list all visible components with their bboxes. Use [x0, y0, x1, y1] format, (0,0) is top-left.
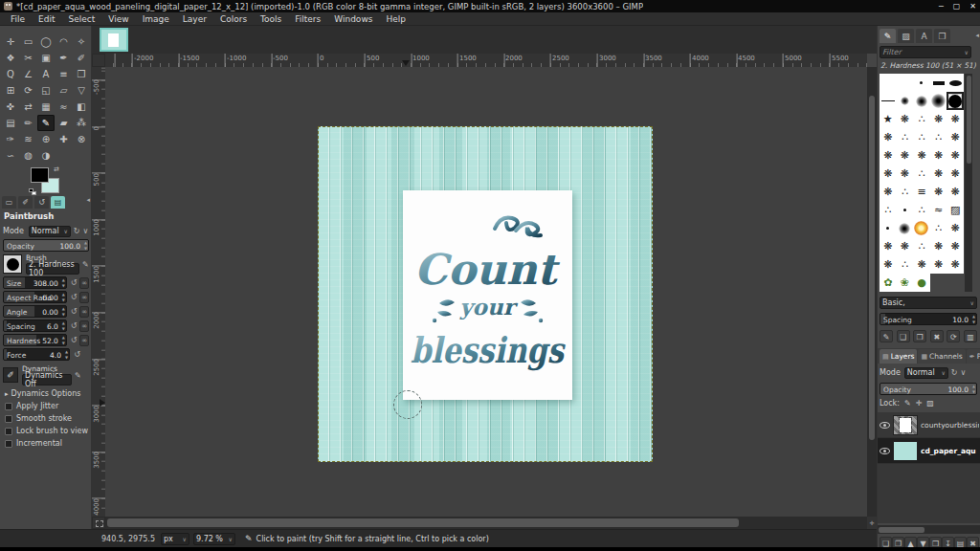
blur-sharpen-tool[interactable]: ◍: [20, 147, 37, 164]
color-picker-tool[interactable]: ✐: [73, 50, 90, 66]
spinner-arrows-icon[interactable]: ▲▼: [62, 277, 65, 289]
brush-gap[interactable]: [930, 274, 947, 292]
reset-icon[interactable]: ↺: [69, 320, 79, 332]
dynamics-options-expander[interactable]: ▸ Dynamics Options: [5, 389, 92, 398]
quick-mask-toggle[interactable]: [92, 517, 105, 529]
brush-star[interactable]: ★: [880, 110, 897, 128]
brush-noise[interactable]: ❋: [947, 146, 964, 165]
brush-noise[interactable]: ❋: [947, 237, 964, 255]
spacing-slider[interactable]: Spacing6.0▲▼: [3, 320, 67, 332]
brush-noise[interactable]: ❋: [930, 255, 947, 274]
brush-tab-menu-icon[interactable]: ◂: [975, 29, 979, 44]
scrollbar-thumb[interactable]: [879, 527, 924, 533]
visibility-eye-icon[interactable]: [880, 422, 890, 429]
open-brush-as-image-button[interactable]: ▥: [964, 330, 977, 342]
brush-noise[interactable]: ❋: [913, 146, 930, 165]
brush-noise[interactable]: ❋: [930, 146, 947, 165]
layer-thumbnail[interactable]: [893, 415, 918, 435]
edit-brush-button[interactable]: ✎: [880, 330, 893, 342]
reset-icon[interactable]: ↺: [69, 277, 79, 289]
measure-tool[interactable]: ∠: [20, 66, 37, 82]
brush-pepper[interactable]: ●: [913, 274, 930, 292]
layer-row[interactable]: countyourblessin: [878, 412, 980, 438]
menu-layer[interactable]: Layer: [176, 12, 213, 26]
maximize-button[interactable]: ▢: [953, 0, 961, 12]
brush-empty[interactable]: [880, 74, 897, 92]
paintbrush-tool[interactable]: ✎: [37, 115, 55, 131]
perspective-tool[interactable]: ▽: [73, 82, 90, 99]
dodge-burn-tool[interactable]: ◑: [37, 147, 55, 164]
spinner-arrows-icon[interactable]: ▲▼: [972, 314, 975, 325]
brush-noise[interactable]: ❋: [947, 255, 964, 274]
reset-icon[interactable]: ↺: [69, 335, 79, 346]
layer-row[interactable]: cd_paper_aqu: [878, 438, 980, 464]
brush-select[interactable]: 2. Hardness 100: [26, 263, 79, 275]
brush-sparse[interactable]: ∴: [913, 237, 930, 255]
new-brush-button[interactable]: ❏: [897, 330, 910, 342]
size-slider[interactable]: Size308.00▲▼: [3, 276, 67, 289]
duplicate-brush-button[interactable]: ❒: [913, 330, 926, 342]
paths-tool[interactable]: ✒: [56, 50, 73, 66]
scrollbar-thumb[interactable]: [967, 76, 971, 164]
brush-streak[interactable]: ≈: [930, 201, 947, 219]
brush-tags-input[interactable]: Basic, ∨: [880, 297, 977, 309]
menu-help[interactable]: Help: [379, 12, 412, 26]
ellipse-select-tool[interactable]: ◯: [37, 33, 55, 50]
vertical-ruler[interactable]: -50005001000150020002500300035004000: [92, 67, 105, 517]
brush-glow[interactable]: [913, 219, 930, 237]
tab-patterns[interactable]: ▨: [898, 29, 914, 43]
warp-transform-tool[interactable]: ≈: [56, 99, 73, 115]
brush-noise[interactable]: ❋: [880, 165, 897, 183]
brush-noise[interactable]: ❋: [880, 237, 897, 255]
pencil-tool[interactable]: ✏: [20, 115, 37, 131]
brush-soft1[interactable]: [897, 92, 914, 110]
brush-sparse[interactable]: ∴: [930, 128, 947, 146]
brush-noise[interactable]: ❋: [947, 219, 964, 237]
brush-sparse[interactable]: ∴: [913, 165, 930, 183]
menu-image[interactable]: Image: [136, 12, 176, 26]
tab-channels[interactable]: ▦Channels: [918, 349, 965, 364]
brush-sparse[interactable]: ∴: [913, 201, 930, 219]
menu-file[interactable]: File: [4, 12, 32, 26]
brush-thumbnail[interactable]: [3, 254, 22, 274]
dynamics-thumbnail[interactable]: ✐: [3, 367, 18, 383]
menu-filters[interactable]: Filters: [288, 12, 327, 26]
spinner-arrows-icon[interactable]: ▲▼: [62, 335, 65, 346]
brush-noise[interactable]: ❋: [947, 128, 964, 146]
handle-transform-tool[interactable]: ✜: [2, 99, 19, 115]
flip-tool[interactable]: ⇄: [20, 99, 37, 115]
reset-icon[interactable]: ↺: [72, 349, 82, 361]
brush-sparse[interactable]: ∴: [880, 201, 897, 219]
reset-icon[interactable]: ↺: [69, 306, 79, 318]
link-toggle-icon[interactable]: ∞: [79, 335, 89, 346]
close-button[interactable]: ✕: [969, 0, 976, 12]
tab-fonts[interactable]: A: [916, 29, 932, 43]
delete-brush-button[interactable]: ✖: [930, 330, 944, 342]
spinner-arrows-icon[interactable]: ▲▼: [62, 292, 65, 303]
hardness-slider[interactable]: Hardness52.0▲▼: [3, 334, 67, 346]
checkbox-smooth-stroke[interactable]: Smooth stroke: [5, 414, 92, 423]
brush-grid-scrollbar[interactable]: [965, 74, 972, 292]
brush-bar[interactable]: [930, 74, 947, 92]
layer-thumbnail[interactable]: [893, 441, 918, 461]
mypaint-brush-tool[interactable]: ≋: [20, 131, 37, 147]
canvas-viewport[interactable]: Count your blessings: [105, 67, 867, 517]
rectangle-select-tool[interactable]: ▭: [20, 33, 37, 50]
scrollbar-thumb[interactable]: [107, 518, 739, 527]
visibility-eye-icon[interactable]: [880, 448, 890, 454]
link-toggle-icon[interactable]: ∞: [79, 277, 89, 289]
brush-sparse[interactable]: ∴: [913, 110, 930, 128]
ruler-corner-button[interactable]: [92, 54, 105, 67]
rotate-tool[interactable]: ⟳: [20, 82, 37, 99]
brush-dot[interactable]: [880, 219, 897, 237]
brush-gap[interactable]: [947, 274, 964, 292]
brush-soft2[interactable]: [913, 92, 930, 110]
minimize-button[interactable]: ─: [939, 0, 944, 12]
brush-noise[interactable]: ❋: [880, 255, 897, 274]
brush-sparse[interactable]: ∴: [930, 219, 947, 237]
vertical-scrollbar[interactable]: [867, 67, 877, 517]
menu-edit[interactable]: Edit: [32, 12, 61, 26]
menu-select[interactable]: Select: [62, 12, 102, 26]
link-toggle-icon[interactable]: ∞: [79, 292, 89, 303]
brush-noise[interactable]: ❋: [913, 255, 930, 274]
